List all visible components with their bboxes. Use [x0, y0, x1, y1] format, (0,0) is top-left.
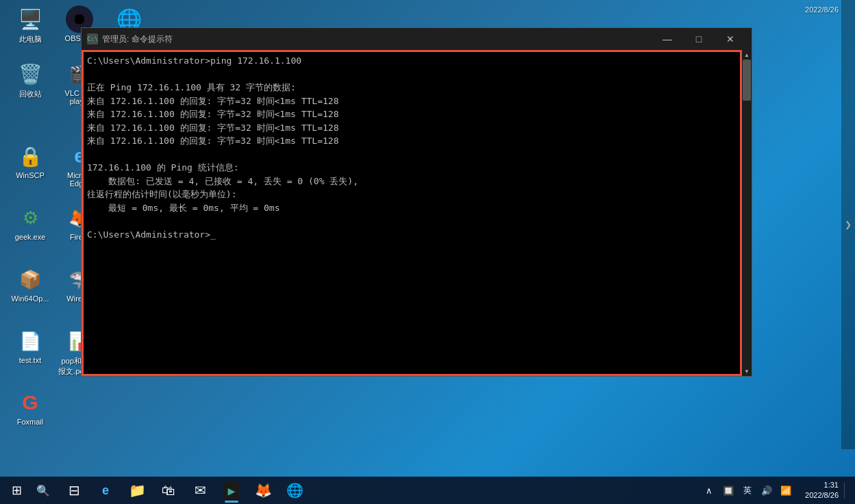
cmd-titlebar[interactable]: C:\ 管理员: 命令提示符 — □ ✕ [82, 28, 752, 50]
tray-volume[interactable]: 🔊 [758, 482, 775, 499]
taskbar-explorer-icon: 📁 [129, 482, 146, 499]
testtxt-label: test.txt [19, 356, 41, 364]
cmd-minimize-button[interactable]: — [652, 28, 683, 50]
desktop-icon-geek[interactable]: ⚙ geek.exe [5, 204, 55, 241]
taskbar: ⊞ 🔍 ⊟ e 📁 🛍 ✉ ▶ 🦊 🌐 ∧ 🔲 英 [0, 477, 855, 504]
desktop-icon-testtxt[interactable]: 📄 test.txt [5, 327, 55, 364]
taskbar-taskview[interactable]: ⊟ [59, 477, 89, 504]
taskbar-mail[interactable]: ✉ [185, 477, 215, 504]
testtxt-icon: 📄 [16, 327, 44, 355]
start-button[interactable]: ⊞ [3, 477, 30, 504]
desktop-icon-recycle[interactable]: 🗑️ 回收站 [5, 60, 55, 99]
tray-network2[interactable]: 📶 [778, 482, 794, 499]
taskbar-store-icon: 🛍 [162, 483, 175, 499]
taskview-icon: ⊟ [69, 482, 80, 499]
taskbar-chrome-icon: 🌐 [286, 482, 303, 499]
desktop-icon-win64[interactable]: 📦 Win64Op... [5, 266, 55, 303]
system-tray: ∧ 🔲 英 🔊 📶 [695, 482, 800, 499]
foxmail-icon: G [16, 389, 44, 416]
geek-label: geek.exe [15, 233, 46, 241]
cmd-window-controls: — □ ✕ [652, 28, 746, 50]
taskbar-firefox[interactable]: 🦊 [248, 477, 278, 504]
sidebar-arrow-icon: ❯ [845, 220, 852, 229]
system-clock[interactable]: 1:31 2022/8/26 [800, 480, 844, 501]
cmd-window: C:\ 管理员: 命令提示符 — □ ✕ C:\Users\Administra… [81, 27, 752, 377]
start-icon: ⊞ [12, 483, 22, 498]
winscp-icon: 🔒 [16, 142, 44, 170]
cmd-window-icon: C:\ [87, 34, 98, 45]
cmd-text: C:\Users\Administrator>ping 172.16.1.100… [87, 54, 746, 241]
taskbar-explorer[interactable]: 📁 [122, 477, 152, 504]
taskbar-cmd-icon: ▶ [224, 481, 240, 500]
computer-label: 此电脑 [19, 34, 42, 45]
cmd-output[interactable]: C:\Users\Administrator>ping 172.16.1.100… [82, 50, 752, 376]
cmd-close-button[interactable]: ✕ [715, 28, 746, 50]
search-button[interactable]: 🔍 [30, 477, 56, 503]
recycle-icon: 🗑️ [16, 60, 44, 88]
tray-ime[interactable]: 英 [739, 482, 756, 499]
scrollbar-down-arrow[interactable]: ▼ [742, 366, 752, 376]
tray-network[interactable]: 🔲 [720, 482, 736, 499]
desktop-icon-foxmail[interactable]: G Foxmail [5, 389, 55, 426]
taskbar-mail-icon: ✉ [195, 482, 206, 499]
scrollbar-up-arrow[interactable]: ▲ [742, 50, 752, 60]
cmd-title-text: 管理员: 命令提示符 [102, 34, 652, 45]
show-desktop-button[interactable] [844, 482, 852, 499]
cmd-maximize-button[interactable]: □ [683, 28, 715, 50]
watermark: 2022/8/26 [805, 5, 839, 14]
taskbar-cmd[interactable]: ▶ [216, 477, 247, 504]
desktop: 🖥️ 此电脑 ⏺ OBS S... 🌐 🗑️ 回收站 🎬 VLC m...pla… [0, 0, 855, 477]
cmd-scrollbar[interactable]: ▲ ▼ [742, 50, 752, 376]
taskbar-apps: ⊟ e 📁 🛍 ✉ ▶ 🦊 🌐 [59, 477, 310, 504]
taskbar-chrome[interactable]: 🌐 [280, 477, 310, 504]
recycle-label: 回收站 [19, 89, 42, 99]
clock-time: 1:31 [805, 480, 839, 490]
foxmail-label: Foxmail [17, 418, 44, 426]
tray-chevron[interactable]: ∧ [701, 482, 717, 499]
cmd-body: C:\Users\Administrator>ping 172.16.1.100… [82, 50, 752, 376]
win64-icon: 📦 [16, 266, 44, 293]
right-sidebar[interactable]: ❯ [841, 0, 855, 449]
desktop-icon-computer[interactable]: 🖥️ 此电脑 [5, 5, 55, 45]
computer-icon: 🖥️ [16, 5, 44, 33]
desktop-icon-winscp[interactable]: 🔒 WinSCP [5, 142, 55, 179]
scrollbar-thumb[interactable] [743, 60, 751, 101]
taskbar-edge-icon: e [102, 483, 109, 498]
win64-label: Win64Op... [11, 294, 49, 303]
scrollbar-track[interactable] [742, 60, 752, 366]
taskbar-firefox-icon: 🦊 [255, 482, 272, 499]
taskbar-store[interactable]: 🛍 [153, 477, 184, 504]
winscp-label: WinSCP [16, 171, 45, 179]
taskbar-edge[interactable]: e [90, 477, 121, 504]
clock-date: 2022/8/26 [805, 490, 839, 501]
search-icon: 🔍 [36, 484, 50, 497]
geek-icon: ⚙ [16, 204, 44, 231]
